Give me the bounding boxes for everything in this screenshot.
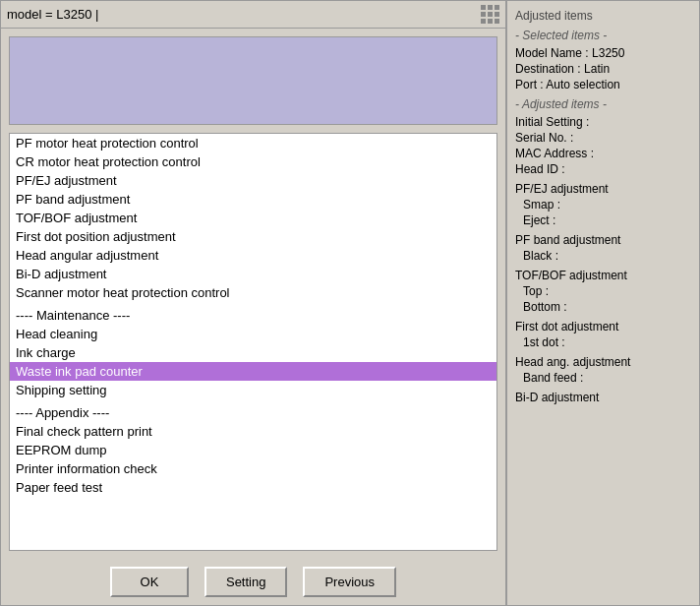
tofbof-label: TOF/BOF adjustment [515,269,691,282]
pfband-label: PF band adjustment [515,233,691,247]
list-item[interactable]: EEPROM dump [10,441,496,459]
list-item[interactable]: Printer information check [10,459,496,478]
headang-label: Head ang. adjustment [515,355,691,369]
bid-label: Bi-D adjustment [515,391,691,404]
list-item[interactable]: First dot position adjustment [10,227,496,246]
pfband-black: Black : [515,249,691,263]
grid-icon [481,5,499,24]
headang-band: Band feed : [515,371,691,385]
list-item[interactable]: Ink charge [10,343,496,362]
previous-button[interactable]: Previous [303,567,396,597]
list-item[interactable]: Head angular adjustment [10,246,496,265]
setting-button[interactable]: Setting [204,567,287,597]
list-item[interactable]: PF motor heat protection control [10,134,496,152]
adjusted-section-label: - Adjusted items - [515,97,691,111]
list-area[interactable]: PF motor heat protection controlCR motor… [9,133,497,551]
main-container: model = L3250 | PF motor heat protection… [0,0,700,606]
list-item[interactable]: Waste ink pad counter [10,362,496,381]
initial-setting: Initial Setting : [515,115,691,129]
firstdot-label: First dot adjustment [515,320,691,333]
pfej-label: PF/EJ adjustment [515,182,691,196]
preview-area [9,36,497,125]
list-item[interactable]: CR motor heat protection control [10,152,496,171]
list-item[interactable]: Scanner motor heat protection control [10,283,496,302]
port: Port : Auto selection [515,78,691,91]
title-bar: model = L3250 | [1,1,505,29]
mac-address: MAC Address : [515,147,691,160]
list-item[interactable]: TOF/BOF adjustment [10,209,496,227]
left-panel: model = L3250 | PF motor heat protection… [0,0,506,606]
serial-no: Serial No. : [515,131,691,145]
list-item[interactable]: Final check pattern print [10,422,496,441]
tofbof-bottom: Bottom : [515,300,691,314]
list-item[interactable]: Head cleaning [10,325,496,343]
tofbof-top: Top : [515,284,691,298]
list-item[interactable]: Bi-D adjustment [10,265,496,283]
adjusted-items-title: Adjusted items [515,9,691,23]
window-title: model = L3250 | [7,7,98,22]
destination: Destination : Latin [515,62,691,76]
list-item[interactable]: Paper feed test [10,478,496,497]
firstdot-1st: 1st dot : [515,335,691,349]
list-item[interactable]: PF band adjustment [10,190,496,209]
list-item[interactable]: Shipping setting [10,381,496,399]
pfej-eject: Eject : [515,213,691,227]
pfej-smap: Smap : [515,198,691,212]
selected-items-label: - Selected items - [515,29,691,42]
list-item[interactable]: PF/EJ adjustment [10,171,496,190]
list-item[interactable]: ---- Maintenance ---- [10,306,496,325]
model-name: Model Name : L3250 [515,46,691,60]
list-item[interactable]: ---- Appendix ---- [10,403,496,422]
button-row: OK Setting Previous [1,559,505,605]
ok-button[interactable]: OK [110,567,189,597]
right-panel: Adjusted items - Selected items - Model … [506,0,700,606]
head-id: Head ID : [515,162,691,176]
